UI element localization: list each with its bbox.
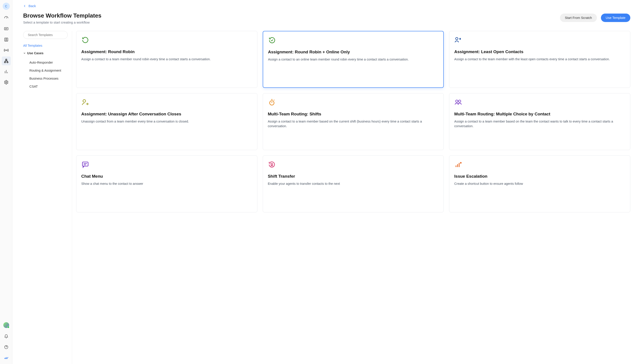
template-card[interactable]: Assignment: Round RobinAssign a contact … <box>76 31 257 88</box>
template-card-title: Shift Transfer <box>268 174 439 179</box>
template-sidebar: All Templates Use Cases Auto-ResponderRo… <box>23 31 72 364</box>
template-card-description: Assign a contact to the team member with… <box>454 57 625 62</box>
svg-point-2 <box>6 38 7 40</box>
template-card-description: Enable your agents to transfer contacts … <box>268 182 439 186</box>
template-card-description: Assign a contact to a team member based … <box>268 119 439 129</box>
nav-rail: C <box>0 0 13 364</box>
filter-item[interactable]: Auto-Responder <box>23 58 68 66</box>
nav-contacts[interactable] <box>2 35 11 44</box>
svg-point-16 <box>271 164 273 165</box>
template-card-icon <box>81 98 89 106</box>
template-card-title: Assignment: Round Robin <box>81 49 252 55</box>
back-label: Back <box>29 4 36 8</box>
template-card-title: Assignment: Round Robin + Online Only <box>268 49 439 55</box>
page-header: Back Browse Workflow Templates Select a … <box>13 0 641 24</box>
filter-item[interactable]: Business Processes <box>23 74 68 82</box>
filter-all-templates[interactable]: All Templates <box>23 44 68 47</box>
template-card-title: Issue Escalation <box>454 174 625 179</box>
template-card-icon <box>454 98 462 106</box>
search-input[interactable] <box>28 33 67 37</box>
svg-point-14 <box>459 100 461 102</box>
template-card[interactable]: Multi-Team Routing: Multiple Choice by C… <box>449 93 630 150</box>
nav-settings[interactable] <box>2 78 11 87</box>
use-template-button[interactable]: Use Template <box>601 14 630 22</box>
template-card[interactable]: Chat MenuShow a chat menu to the contact… <box>76 156 257 212</box>
chevron-down-icon <box>23 52 26 54</box>
template-card[interactable]: Shift TransferEnable your agents to tran… <box>263 156 444 212</box>
svg-rect-5 <box>4 62 6 63</box>
template-card-icon <box>454 36 462 44</box>
template-card[interactable]: Assignment: Least Open ContactsAssign a … <box>449 31 630 88</box>
template-card[interactable]: Multi-Team Routing: ShiftsAssign a conta… <box>263 93 444 150</box>
nav-messages[interactable] <box>2 24 11 33</box>
chevron-left-icon <box>23 4 26 8</box>
bell-icon <box>4 334 9 339</box>
gear-icon <box>4 80 9 85</box>
template-card-description: Assign a contact to a team member based … <box>454 119 625 129</box>
workflow-icon <box>4 58 9 63</box>
template-card-icon <box>268 160 276 168</box>
svg-point-11 <box>83 100 86 102</box>
template-card-icon <box>81 36 89 44</box>
filter-group-use-cases[interactable]: Use Cases <box>23 51 68 55</box>
template-card-title: Multi-Team Routing: Multiple Choice by C… <box>454 111 625 117</box>
svg-point-10 <box>456 37 458 40</box>
brand-check-icon <box>4 355 9 360</box>
svg-point-7 <box>6 82 7 83</box>
filter-item[interactable]: Routing & Assignment <box>23 66 68 74</box>
template-card[interactable]: Issue EscalationCreate a shortcut button… <box>449 156 630 212</box>
svg-rect-6 <box>7 62 8 63</box>
svg-point-3 <box>6 50 7 51</box>
search-box[interactable] <box>23 31 68 39</box>
nav-workflows[interactable] <box>2 56 11 65</box>
svg-rect-4 <box>6 59 7 60</box>
workspace-initial: C <box>5 4 7 8</box>
template-card-title: Multi-Team Routing: Shifts <box>268 111 439 117</box>
template-card-description: Unassign contact from a team member ever… <box>81 119 252 124</box>
page-title: Browse Workflow Templates <box>23 12 102 19</box>
person-card-icon <box>4 37 9 42</box>
workspace-avatar[interactable]: C <box>3 3 10 10</box>
broadcast-icon <box>4 48 9 53</box>
page-subtitle: Select a template to start creating a wo… <box>23 20 102 24</box>
template-grid: Assignment: Round RobinAssign a contact … <box>76 31 630 212</box>
template-card[interactable]: Assignment: Unassign After Conversation … <box>76 93 257 150</box>
template-card-description: Assign a contact to an online team membe… <box>268 57 439 62</box>
current-user-avatar[interactable] <box>3 322 9 328</box>
svg-point-13 <box>456 100 458 102</box>
template-card-title: Assignment: Least Open Contacts <box>454 49 625 55</box>
nav-help[interactable] <box>2 343 11 352</box>
back-link[interactable]: Back <box>23 4 36 8</box>
template-card-icon <box>268 36 276 44</box>
nav-brand[interactable] <box>2 353 11 362</box>
gauge-icon <box>4 16 9 21</box>
template-card[interactable]: Assignment: Round Robin + Online OnlyAss… <box>263 31 444 88</box>
start-from-scratch-button[interactable]: Start From Scratch <box>560 14 597 22</box>
template-card-description: Assign a contact to a team member round … <box>81 57 252 62</box>
main-area: Back Browse Workflow Templates Select a … <box>13 0 641 364</box>
template-card-icon <box>81 160 89 168</box>
chat-icon <box>4 26 9 31</box>
template-card-title: Chat Menu <box>81 174 252 179</box>
nav-notifications[interactable] <box>2 332 11 341</box>
bars-icon <box>4 69 9 74</box>
nav-broadcast[interactable] <box>2 46 11 55</box>
filter-item[interactable]: CSAT <box>23 82 68 90</box>
template-card-title: Assignment: Unassign After Conversation … <box>81 111 252 117</box>
template-card-icon <box>454 160 462 168</box>
svg-rect-15 <box>82 162 88 166</box>
nav-reports[interactable] <box>2 67 11 76</box>
help-icon <box>4 345 9 349</box>
template-grid-scroll[interactable]: Assignment: Round RobinAssign a contact … <box>72 31 632 364</box>
filter-group-label: Use Cases <box>27 51 43 55</box>
nav-dashboard[interactable] <box>2 14 11 23</box>
template-card-description: Create a shortcut button to ensure agent… <box>454 182 625 186</box>
template-card-icon <box>268 98 276 106</box>
template-card-description: Show a chat menu to the contact to answe… <box>81 182 252 186</box>
